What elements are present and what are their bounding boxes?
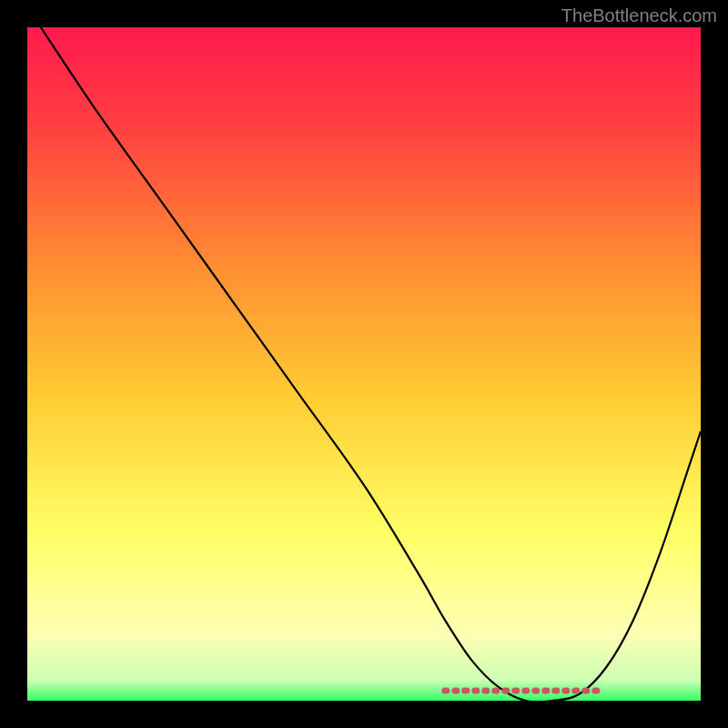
bottleneck-curve [27,27,701,701]
chart-container [27,27,701,701]
watermark-text: TheBottleneck.com [561,5,717,26]
